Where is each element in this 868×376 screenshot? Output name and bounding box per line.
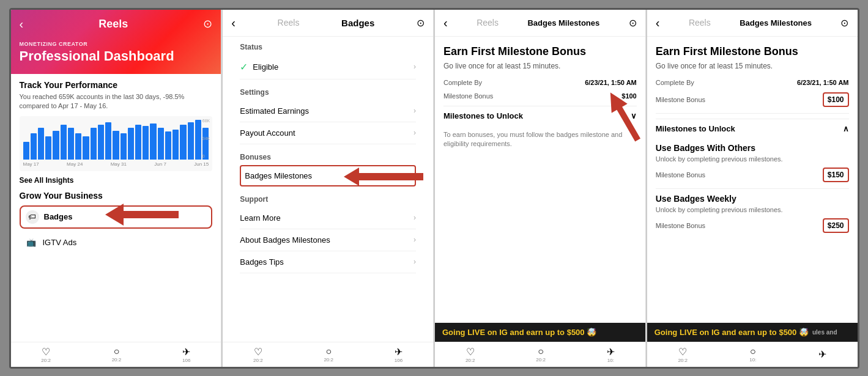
svg-marker-2 <box>344 168 359 186</box>
banner-text: Going LIVE on IG and earn up to $500 🤯 <box>655 328 809 337</box>
badges-label: Badges <box>44 212 73 221</box>
bar <box>31 133 37 159</box>
bottom-nav-send[interactable]: ✈ 10: <box>607 346 615 363</box>
bottom-nav-heart[interactable]: ♡ 20:2 <box>253 346 263 363</box>
bonuses-section: Bonuses Badges Milestones › <box>231 147 425 189</box>
bottom-nav-search[interactable]: ○ 10: <box>749 346 756 363</box>
badges-tips-item[interactable]: Badges Tips › <box>240 251 416 273</box>
y-label-bottom: 0 <box>202 154 210 158</box>
badges-row[interactable]: 🏷 Badges <box>20 205 213 232</box>
unlock-bonus-value-2: $250 <box>823 218 849 233</box>
learn-more-item[interactable]: Learn More › <box>240 207 416 229</box>
bottom-nav-heart[interactable]: ♡ 20:2 <box>466 346 475 363</box>
estimated-earnings-item[interactable]: Estimated Earnings › <box>240 100 416 122</box>
bottom-nav-heart[interactable]: ♡ 20:2 <box>678 346 688 363</box>
bottom-nav-send[interactable]: ✈ 106 <box>182 346 190 363</box>
bottom-nav-send[interactable]: ✈ 106 <box>395 346 402 363</box>
banner-text: Going LIVE on IG and earn up to $500 🤯 <box>442 328 596 337</box>
count3: 106 <box>395 358 402 363</box>
bar <box>38 128 44 160</box>
bottom-nav-search[interactable]: ○ 20:2 <box>536 346 546 363</box>
bar <box>68 128 74 160</box>
igtv-icon: 📺 <box>24 236 38 249</box>
bar <box>128 128 134 160</box>
reels-label: Reels <box>477 18 499 28</box>
eligible-item[interactable]: ✓ Eligible › <box>240 55 416 79</box>
divider <box>656 113 849 114</box>
settings-section: Settings Estimated Earnings › Payout Acc… <box>231 82 425 147</box>
send-icon: ✈ <box>818 348 826 360</box>
chart-y-labels: 68K 34K 0 <box>202 119 210 158</box>
panel-badges-menu: ‹ Reels Badges ⊙ Status ✓ Eligible › Set… <box>223 10 434 367</box>
red-arrow-badges <box>105 202 179 229</box>
bar <box>165 131 171 160</box>
panel4-complete-by-value: 6/23/21, 1:50 AM <box>797 79 849 86</box>
count3: 106 <box>182 358 190 363</box>
bottom-nav-search[interactable]: ○ 20:2 <box>112 346 122 363</box>
bar <box>195 120 201 160</box>
milestone-main-title: Earn First Milestone Bonus <box>443 45 637 58</box>
unlock-desc-1: Unlock by completing previous milestones… <box>656 155 849 163</box>
count1: 20:2 <box>253 358 263 363</box>
bar <box>113 131 119 160</box>
bottom-nav-heart[interactable]: ♡ 20:2 <box>41 346 51 363</box>
badges-milestones-label: Badges Milestones <box>245 171 312 180</box>
dashboard-title: Professional Dashboard <box>20 48 213 64</box>
eligible-item-left: ✓ Eligible <box>240 61 278 73</box>
monetizing-label: MONETIZING CREATOR <box>20 41 213 47</box>
about-badges-item[interactable]: About Badges Milestones › <box>240 229 416 251</box>
see-all-insights-link[interactable]: See All Insights <box>20 176 213 185</box>
igtv-item[interactable]: 📺 IGTV Ads <box>20 232 213 253</box>
unlock-bonus-label-2: Milestone Bonus <box>656 222 705 229</box>
panel4-body: Earn First Milestone Bonus Go live once … <box>647 37 858 323</box>
panel3-bottom-nav: ♡ 20:2 ○ 20:2 ✈ 10: <box>435 342 645 367</box>
y-label-mid: 34K <box>202 136 210 141</box>
panel4-milestones-toggle[interactable]: Milestones to Unlock ∧ <box>656 119 849 138</box>
count2: 20:2 <box>112 357 122 363</box>
panel4-bottom-nav: ♡ 20:2 ○ 10: ✈ <box>647 342 858 367</box>
milestone-subtitle: Go live once for at least 15 minutes. <box>443 62 637 70</box>
heart-icon: ♡ <box>678 346 688 358</box>
bar <box>83 136 89 160</box>
svg-marker-4 <box>603 87 645 144</box>
svg-rect-3 <box>359 173 423 180</box>
back-icon[interactable]: ‹ <box>656 16 660 30</box>
chevron-up-icon: ∧ <box>843 124 849 133</box>
bar <box>180 125 186 160</box>
chevron-right-icon: › <box>414 128 416 137</box>
panel3-title: Badges Milestones <box>527 18 599 28</box>
unlock-bonus-label-1: Milestone Bonus <box>656 171 705 179</box>
bottom-nav-search[interactable]: ○ 20:2 <box>324 346 333 363</box>
divider2 <box>656 188 849 189</box>
chevron-right-icon: › <box>414 235 416 244</box>
panel1-header: ‹ Reels ⊙ MONETIZING CREATOR Professiona… <box>11 10 221 74</box>
bar <box>172 130 179 160</box>
x-label: Jun 15 <box>194 161 209 167</box>
status-section-title: Status <box>240 43 416 51</box>
support-section: Support Learn More › About Badges Milest… <box>231 189 425 276</box>
panel4-subtitle: Go live once for at least 15 minutes. <box>656 62 849 70</box>
chevron-right-icon: › <box>414 213 416 222</box>
search-circle-icon: ○ <box>324 346 333 357</box>
payout-account-label: Payout Account <box>240 128 295 138</box>
camera-icon[interactable]: ⊙ <box>840 17 848 29</box>
performance-chart: 68K 34K 0 <box>20 116 213 171</box>
footer-note: ules and <box>812 329 837 336</box>
camera-icon[interactable]: ⊙ <box>629 17 637 29</box>
check-icon: ✓ <box>240 61 248 73</box>
bar <box>98 125 104 160</box>
heart-icon: ♡ <box>253 346 263 358</box>
complete-by-row: Complete By 6/23/21, 1:50 AM <box>443 79 637 86</box>
panel3-header: ‹ Reels Badges Milestones ⊙ <box>435 10 645 37</box>
x-label: Jun 7 <box>154 161 166 167</box>
bar <box>158 128 164 160</box>
payout-account-item[interactable]: Payout Account › <box>240 122 416 144</box>
bottom-nav-send[interactable]: ✈ <box>818 348 826 360</box>
camera-icon[interactable]: ⊙ <box>203 17 212 31</box>
back-icon[interactable]: ‹ <box>231 16 236 30</box>
back-icon[interactable]: ‹ <box>443 16 448 30</box>
search-circle-icon: ○ <box>536 346 546 357</box>
camera-icon[interactable]: ⊙ <box>417 17 425 29</box>
back-icon[interactable]: ‹ <box>20 17 24 31</box>
red-arrow-milestones <box>344 166 423 190</box>
